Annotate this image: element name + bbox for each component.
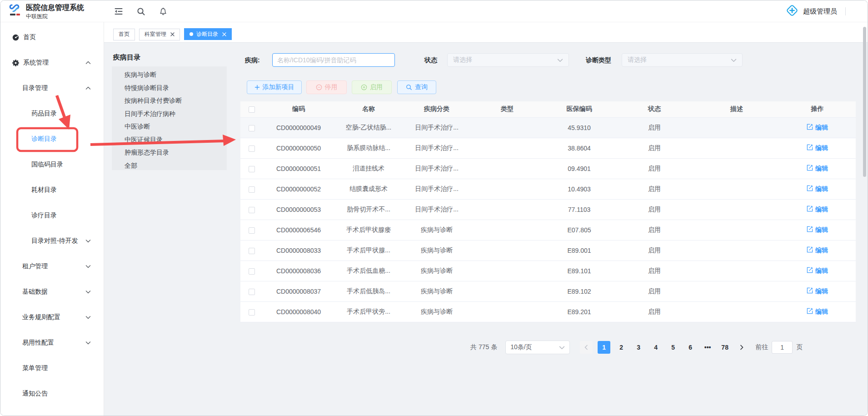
- sidebar-item-business-rules[interactable]: 业务规则配置: [0, 305, 104, 330]
- status-select[interactable]: 请选择: [447, 53, 569, 67]
- next-page-button[interactable]: [735, 341, 748, 354]
- row-checkbox[interactable]: [249, 227, 255, 234]
- cell-status: 启用: [614, 138, 694, 158]
- edit-button[interactable]: 编辑: [807, 246, 828, 255]
- catalog-filter-item-0[interactable]: 疾病与诊断: [125, 68, 227, 81]
- row-checkbox[interactable]: [249, 166, 255, 172]
- sidebar-item-menu-mgmt[interactable]: 菜单管理: [0, 356, 104, 381]
- disable-button[interactable]: 停用: [306, 80, 347, 94]
- status-filter-label: 状态: [424, 53, 437, 67]
- pagination: 共 775 条10条/页123456•••78前往页: [470, 340, 803, 355]
- cell-type: [470, 281, 544, 301]
- add-item-button[interactable]: 添加新项目: [247, 80, 302, 94]
- edit-button[interactable]: 编辑: [807, 226, 828, 234]
- tab-dept-mgmt[interactable]: 科室管理: [139, 29, 180, 40]
- catalog-filter-item-5[interactable]: 中医证候目录: [125, 133, 227, 146]
- catalog-filter-item-3[interactable]: 日间手术治疗病种: [125, 107, 227, 120]
- sidebar-item-catalog-compare[interactable]: 目录对照-待开发: [0, 228, 104, 254]
- edit-button[interactable]: 编辑: [807, 144, 828, 152]
- sidebar-item-drug-catalog[interactable]: 药品目录: [0, 101, 104, 126]
- page-size-select[interactable]: 10条/页: [505, 341, 570, 354]
- chevron-down-icon: [557, 58, 563, 62]
- cell-description: [694, 158, 779, 179]
- notification-bell-icon[interactable]: [159, 7, 167, 16]
- page-number-4[interactable]: 4: [649, 341, 662, 354]
- cell-code: CD0000008040: [263, 301, 334, 322]
- tab-diagnosis-catalog[interactable]: 诊断目录: [184, 28, 232, 40]
- select-all-checkbox[interactable]: [249, 106, 255, 113]
- enable-button[interactable]: 启用: [352, 80, 392, 94]
- page-number-1[interactable]: 1: [598, 341, 610, 354]
- sidebar-item-label: 首页: [23, 33, 36, 41]
- prev-page-button[interactable]: [580, 341, 593, 354]
- search-icon: [406, 84, 412, 90]
- table-row: CD0000008040手术后甲状旁...疾病与诊断E89.201启用编辑: [240, 301, 856, 322]
- chevron-up-icon: [85, 61, 91, 65]
- sidebar-item-consumable-catalog[interactable]: 耗材目录: [0, 177, 104, 203]
- cell-insurance-code: E89.201: [544, 301, 614, 322]
- user-menu[interactable]: 超级管理员: [786, 0, 846, 22]
- sidebar-item-notice[interactable]: 通知公告: [0, 381, 104, 406]
- goto-page-input[interactable]: [772, 341, 793, 354]
- cell-category: 日间手术治疗...: [403, 199, 470, 220]
- table-row: CD0000006546手术后甲状腺瘘疾病与诊断E07.805启用编辑: [240, 220, 856, 240]
- row-checkbox[interactable]: [249, 186, 255, 193]
- edit-button[interactable]: 编辑: [807, 205, 828, 214]
- column-header: 类型: [470, 101, 544, 117]
- row-checkbox[interactable]: [249, 145, 255, 152]
- page-ellipsis[interactable]: •••: [701, 341, 714, 354]
- row-checkbox[interactable]: [249, 248, 255, 254]
- panel-title: 疾病目录: [113, 53, 140, 62]
- page-number-78[interactable]: 78: [718, 341, 731, 354]
- scrollbar-thumb[interactable]: [863, 27, 866, 177]
- search-icon[interactable]: [137, 7, 145, 16]
- page-number-6[interactable]: 6: [684, 341, 697, 354]
- tab-home[interactable]: 首页: [113, 29, 135, 40]
- catalog-filter-item-6[interactable]: 肿瘤形态学目录: [125, 146, 227, 159]
- sidebar-item-label: 业务规则配置: [22, 313, 60, 321]
- row-checkbox[interactable]: [249, 309, 255, 316]
- edit-button[interactable]: 编辑: [807, 185, 828, 193]
- page-number-3[interactable]: 3: [632, 341, 645, 354]
- sidebar-item-treatment-catalog[interactable]: 诊疗目录: [0, 203, 104, 228]
- edit-button[interactable]: 编辑: [807, 287, 828, 296]
- edit-button[interactable]: 编辑: [807, 165, 828, 173]
- sidebar-item-base-data[interactable]: 基础数据: [0, 279, 104, 305]
- catalog-filter-item-7[interactable]: 全部: [125, 159, 227, 172]
- diagnosis-type-select[interactable]: 请选择: [622, 53, 743, 67]
- disease-filter-label: 疾病:: [245, 53, 260, 67]
- cell-type: [470, 179, 544, 199]
- cell-type: [470, 220, 544, 240]
- sidebar-item-guolin-catalog[interactable]: 国临码目录: [0, 152, 104, 177]
- row-checkbox[interactable]: [249, 207, 255, 213]
- medical-cross-icon: [786, 4, 798, 19]
- column-header: 疾病分类: [403, 101, 470, 117]
- query-button[interactable]: 查询: [397, 80, 436, 94]
- catalog-filter-item-2[interactable]: 按病种目录付费诊断: [125, 94, 227, 107]
- close-icon[interactable]: [222, 32, 226, 36]
- edit-button[interactable]: 编辑: [807, 308, 828, 316]
- sidebar-item-home[interactable]: 首页: [0, 25, 104, 50]
- sidebar-item-usability-config[interactable]: 易用性配置: [0, 330, 104, 356]
- row-checkbox[interactable]: [249, 125, 255, 131]
- row-checkbox[interactable]: [249, 289, 255, 295]
- page-number-5[interactable]: 5: [667, 341, 679, 354]
- sidebar-item-diagnosis-catalog[interactable]: 诊断目录: [0, 126, 104, 152]
- sidebar-item-catalog-mgmt[interactable]: 目录管理: [0, 75, 104, 101]
- disease-search-input[interactable]: [272, 53, 395, 67]
- edit-button[interactable]: 编辑: [807, 124, 828, 132]
- sidebar-item-system-mgmt[interactable]: 系统管理: [0, 50, 104, 75]
- collapse-sidebar-icon[interactable]: [114, 7, 123, 15]
- row-checkbox[interactable]: [249, 268, 255, 275]
- edit-button[interactable]: 编辑: [807, 267, 828, 275]
- cell-code: CD0000008033: [263, 240, 334, 261]
- close-icon[interactable]: [170, 32, 175, 36]
- cell-description: [694, 179, 779, 199]
- cell-description: [694, 261, 779, 281]
- page-number-2[interactable]: 2: [615, 341, 628, 354]
- edit-icon: [807, 205, 813, 213]
- sidebar-item-tenant-mgmt[interactable]: 租户管理: [0, 254, 104, 279]
- chevron-down-icon: [85, 290, 91, 294]
- catalog-filter-item-4[interactable]: 中医诊断: [125, 120, 227, 133]
- catalog-filter-item-1[interactable]: 特慢病诊断目录: [125, 81, 227, 95]
